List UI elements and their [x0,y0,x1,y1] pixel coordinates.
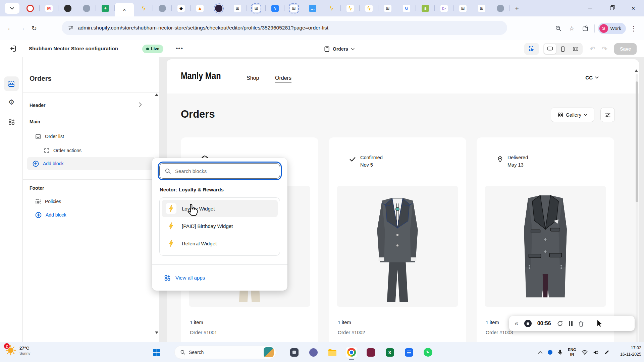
tab-active[interactable]: × [115,3,134,16]
mobile-view-button[interactable] [557,44,569,54]
tab-favicon-globe[interactable] [77,0,96,16]
taskbar-whatsapp[interactable] [422,347,434,358]
tab-favicon-target[interactable] [21,0,40,16]
taskbar-app-purple[interactable] [308,347,319,358]
taskbar-app-blue[interactable] [403,347,415,358]
view-all-apps-link[interactable]: View all apps [152,264,287,291]
tab-favicon-diamond[interactable]: ◆ [172,0,191,16]
url-text[interactable]: admin.shopify.com/store/shubham-nector-s… [78,25,328,31]
rewind-icon[interactable]: « [515,319,519,326]
tab-close-icon[interactable]: × [123,7,126,12]
taskbar-search[interactable]: Search [174,346,276,359]
preview-scrollbar-thumb[interactable] [636,81,638,202]
sections-tab[interactable] [4,76,19,91]
tab-favicon-app[interactable]: ⊞ [247,0,266,16]
tab-favicon-sheets[interactable]: + [96,0,115,16]
fullscreen-view-button[interactable] [570,44,582,54]
search-blocks-input[interactable] [159,163,280,179]
tab-favicon-jira[interactable]: ϟ [266,0,284,16]
weather-widget[interactable]: 2 27°C Sunny [5,345,31,356]
tab-favicon-google[interactable]: G [397,0,416,16]
minimize-button[interactable] [580,0,601,16]
start-button[interactable] [151,347,162,358]
close-button[interactable]: × [623,0,644,16]
wifi-icon[interactable] [582,350,588,355]
nav-orders[interactable]: Orders [275,75,291,82]
redo-button[interactable]: ↷ [599,43,610,55]
taskbar-clock[interactable]: 17:02 16-11-2025 [620,345,641,358]
exit-editor-button[interactable] [9,45,17,53]
profile-chip[interactable]: S Work [598,23,626,34]
delete-button[interactable] [578,320,584,327]
tab-favicon-globe[interactable] [153,0,172,16]
tab-favicon-play[interactable]: ▷ [435,0,453,16]
restore-button[interactable] [601,0,623,16]
desktop-view-button[interactable] [544,44,556,54]
more-options-button[interactable]: ••• [174,43,185,54]
tab-favicon-app[interactable]: ⊞ [228,0,247,16]
tab-favicon-globe[interactable] [491,0,510,16]
tray-app-blue-icon[interactable] [548,350,552,355]
taskbar-chrome[interactable] [346,347,357,358]
tab-favicon-bolt[interactable]: ϟ [360,0,378,16]
store-logo[interactable]: Manly Man [181,70,221,81]
taskbar-excel[interactable]: X [384,347,395,358]
tab-favicon-bolt[interactable]: ϟ [134,0,153,16]
apps-tab[interactable] [4,114,19,129]
new-tab-button[interactable]: + [512,3,522,13]
tab-favicon-bolt[interactable]: ϟ [341,0,360,16]
sidebar-item-order-list[interactable]: Order list [35,130,64,142]
taskbar-app-dark[interactable] [288,347,300,358]
tab-favicon-gmail[interactable]: M [40,0,58,16]
sidebar-item-policies[interactable]: Policies [35,195,61,207]
tab-favicon-app[interactable]: ⊞ [284,0,303,16]
tab-favicon-app[interactable]: ⊞ [378,0,397,16]
browser-menu-icon[interactable]: ⋮ [628,23,639,34]
tab-favicon-shopify[interactable]: s [416,0,435,16]
microphone-icon[interactable] [558,349,562,355]
forward-button[interactable]: → [16,22,28,34]
pause-button[interactable] [569,321,573,326]
sidebar-item-order-actions[interactable]: Order actions [44,144,82,157]
tab-favicon-flame[interactable]: ▲ [191,0,209,16]
page-selector-dropdown[interactable]: Orders [320,43,358,55]
scroll-up-arrow[interactable] [155,94,158,96]
add-block-button-footer[interactable]: Add block [35,209,66,221]
tab-favicon-bolt[interactable]: ϟ [322,0,341,16]
tab-favicon-chat[interactable]: … [303,0,322,16]
view-selector-dropdown[interactable]: Gallery [551,108,594,122]
address-bar[interactable]: admin.shopify.com/store/shubham-nector-s… [62,21,507,35]
inspector-button[interactable] [524,43,539,55]
reload-button[interactable]: ↻ [28,22,40,34]
back-button[interactable]: ← [4,22,16,34]
add-block-button-main[interactable]: Add block [32,158,63,170]
nav-shop[interactable]: Shop [247,75,259,81]
site-settings-icon[interactable] [68,25,74,31]
save-button[interactable]: Save [614,43,637,55]
language-indicator[interactable]: ENG IN [568,348,576,357]
tab-favicon-app[interactable]: ⊞ [472,0,491,16]
chevron-up-icon[interactable] [538,351,542,354]
block-item-birthday-widget[interactable]: [PAID] Birthday Widget [162,217,278,235]
tab-favicon-app[interactable]: ⊞ [453,0,472,16]
volume-icon[interactable] [593,350,599,355]
account-menu[interactable]: CC [585,75,599,80]
pen-icon[interactable] [604,350,609,355]
scroll-down-arrow[interactable] [155,331,158,334]
bookmark-star-icon[interactable]: ☆ [566,23,578,34]
tab-favicon-dark[interactable] [209,0,228,16]
block-item-referral-widget[interactable]: Referral Widget [162,235,278,252]
sidebar-item-header[interactable]: Header [30,98,154,112]
zoom-icon[interactable] [553,23,564,34]
settings-tab[interactable]: ⚙ [4,95,19,110]
block-item-loyalty-widget[interactable]: Loyalty Widget [162,200,278,217]
undo-button[interactable]: ↶ [587,43,598,55]
taskbar-app-maroon[interactable] [365,347,376,358]
tab-search-button[interactable] [5,3,19,14]
order-card-1002[interactable]: Confirmed Nov 5 [329,137,466,352]
preview-scroll-up-arrow[interactable] [635,69,638,72]
restart-button[interactable] [557,320,563,327]
taskbar-file-explorer[interactable] [327,347,338,358]
extensions-icon[interactable] [580,23,591,34]
filter-button[interactable] [600,108,615,122]
